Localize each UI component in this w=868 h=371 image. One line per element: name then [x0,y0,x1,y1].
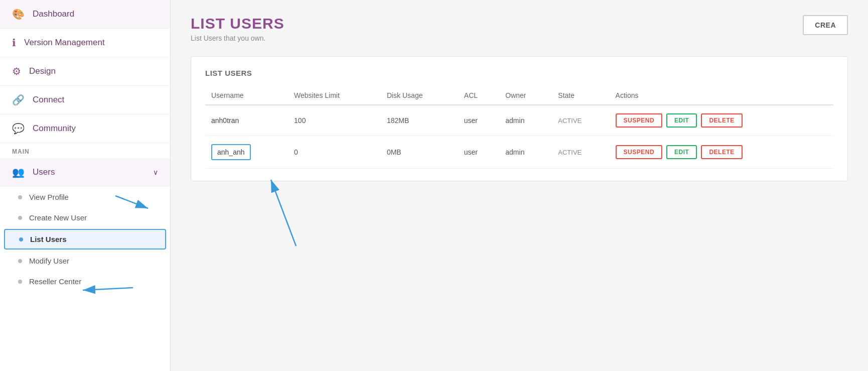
chat-icon: 💬 [12,122,25,135]
gear-icon: ⚙ [12,65,21,77]
page-header: LIST USERS List Users that you own. CREA [191,15,848,42]
users-icon: 👥 [12,166,25,178]
sidebar-item-modify-user[interactable]: Modify User [0,251,170,271]
chevron-down-icon: ∨ [153,168,158,176]
bullet-dot [18,280,22,284]
page-subtitle: List Users that you own. [191,34,284,42]
page-header-left: LIST USERS List Users that you own. [191,15,284,42]
users-menu-label: Users [33,167,55,177]
page-title: LIST USERS [191,15,284,32]
col-acl: ACL [458,86,499,105]
sidebar-item-label: Connect [33,95,64,105]
action-buttons: SUSPENDEDITDELETE [616,145,827,159]
suspend-button[interactable]: SUSPEND [616,113,663,128]
username-value-highlighted: anh_anh [211,144,251,160]
sidebar-item-label: Community [33,123,76,134]
cell-actions: SUSPENDEDITDELETE [610,105,833,136]
sidebar-item-label: Design [29,66,56,76]
edit-button[interactable]: EDIT [666,145,697,159]
sidebar-users-menu[interactable]: 👥 Users ∨ [0,158,170,187]
sidebar-item-design[interactable]: ⚙ Design [0,57,170,86]
table-card: LIST USERS Username Websites Limit Disk … [191,56,848,181]
cell-disk-usage: 182MB [381,105,458,136]
sidebar-item-view-profile[interactable]: View Profile [0,187,170,207]
bullet-dot [18,195,22,199]
dashboard-icon: 🎨 [12,8,25,20]
cell-owner: admin [499,105,552,136]
edit-button[interactable]: EDIT [666,113,697,128]
bullet-dot [18,259,22,263]
bullet-dot [18,216,22,220]
delete-button[interactable]: DELETE [701,113,742,128]
col-owner: Owner [499,86,552,105]
action-buttons: SUSPENDEDITDELETE [616,113,827,128]
col-actions: Actions [610,86,833,105]
col-state: State [552,86,609,105]
sidebar-item-list-users[interactable]: List Users [4,229,166,250]
sidebar-item-dashboard[interactable]: 🎨 Dashboard [0,0,170,29]
table-row: anh_anh00MBuseradminACTIVESUSPENDEDITDEL… [205,136,833,169]
delete-button[interactable]: DELETE [701,145,742,159]
col-disk-usage: Disk Usage [381,86,458,105]
link-icon: 🔗 [12,94,25,106]
users-sub-menu: View Profile Create New User List Users … [0,187,170,292]
sidebar-item-label: Dashboard [33,9,74,19]
main-content: LIST USERS List Users that you own. CREA… [171,0,868,371]
table-header: Username Websites Limit Disk Usage ACL O… [205,86,833,105]
cell-websites-limit: 100 [288,105,381,136]
sidebar-item-version-management[interactable]: ℹ Version Management [0,29,170,57]
table-card-title: LIST USERS [205,69,833,77]
cell-disk-usage: 0MB [381,136,458,169]
table-row: anh0tran100182MBuseradminACTIVESUSPENDED… [205,105,833,136]
cell-websites-limit: 0 [288,136,381,169]
sidebar-item-community[interactable]: 💬 Community [0,114,170,143]
sidebar-item-create-new-user[interactable]: Create New User [0,207,170,228]
main-section-label: MAIN [0,143,170,158]
bullet-dot [19,237,23,241]
info-icon: ℹ [12,37,16,49]
cell-owner: admin [499,136,552,169]
users-table: Username Websites Limit Disk Usage ACL O… [205,86,833,169]
cell-username: anh0tran [205,105,288,136]
cell-state: ACTIVE [552,136,609,169]
sidebar-item-reseller-center[interactable]: Reseller Center [0,271,170,292]
col-username: Username [205,86,288,105]
cell-actions: SUSPENDEDITDELETE [610,136,833,169]
col-websites-limit: Websites Limit [288,86,381,105]
create-button[interactable]: CREA [803,15,848,35]
cell-acl: user [458,136,499,169]
table-body: anh0tran100182MBuseradminACTIVESUSPENDED… [205,105,833,169]
suspend-button[interactable]: SUSPEND [616,145,663,159]
cell-acl: user [458,105,499,136]
cell-state: ACTIVE [552,105,609,136]
sidebar-item-label: Version Management [24,38,105,48]
sidebar: 🎨 Dashboard ℹ Version Management ⚙ Desig… [0,0,171,371]
sidebar-item-connect[interactable]: 🔗 Connect [0,86,170,114]
cell-username: anh_anh [205,136,288,169]
